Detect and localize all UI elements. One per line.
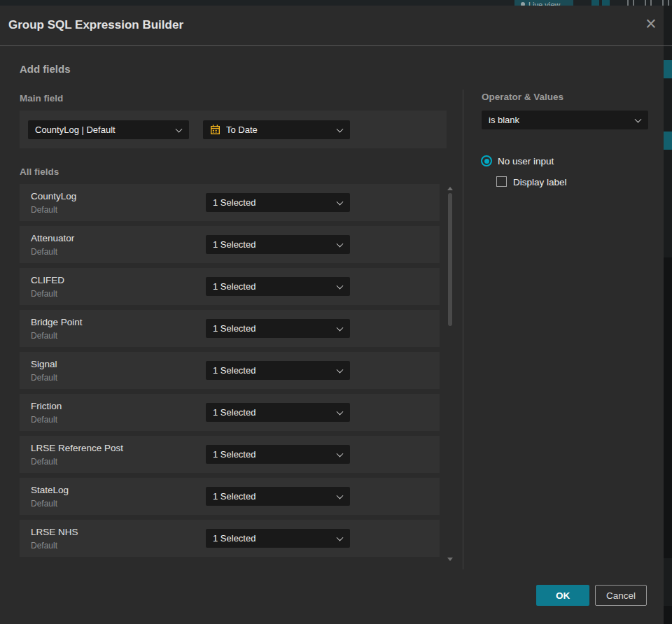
field-row: Signal Default 1 Selected bbox=[20, 352, 440, 389]
live-view-label: Live view bbox=[528, 1, 560, 6]
scrollbar-up-arrow[interactable] bbox=[447, 187, 453, 190]
field-selected-dropdown[interactable]: 1 Selected bbox=[206, 445, 350, 464]
field-name: Friction bbox=[31, 401, 62, 411]
field-subtitle: Default bbox=[31, 499, 57, 509]
chevron-down-icon bbox=[337, 324, 344, 331]
radio-selected-dot bbox=[484, 159, 489, 164]
field-row: Bridge Point Default 1 Selected bbox=[20, 310, 440, 347]
chevron-down-icon bbox=[176, 125, 183, 132]
field-selected-dropdown[interactable]: 1 Selected bbox=[206, 193, 350, 212]
toolbar-fragment-icon bbox=[602, 0, 610, 6]
live-view-button[interactable]: Live view bbox=[514, 0, 573, 6]
field-row: CLIFED Default 1 Selected bbox=[20, 268, 440, 305]
main-field-label: Main field bbox=[20, 93, 63, 104]
field-name: LRSE NHS bbox=[31, 527, 78, 537]
field-subtitle: Default bbox=[31, 541, 57, 551]
field-name: Bridge Point bbox=[31, 317, 83, 327]
field-selected-dropdown[interactable]: 1 Selected bbox=[206, 529, 350, 548]
main-field-type-dropdown[interactable]: To Date bbox=[203, 120, 350, 139]
no-user-input-radio[interactable] bbox=[481, 155, 492, 166]
field-row: LRSE Reference Post Default 1 Selected bbox=[20, 436, 440, 473]
toolbar-fragment bbox=[650, 0, 652, 6]
toolbar-fragment bbox=[668, 0, 669, 6]
all-fields-list: CountyLog Default 1 Selected Attenuator … bbox=[20, 184, 440, 562]
dropdown-value: 1 Selected bbox=[213, 491, 255, 502]
dropdown-value: 1 Selected bbox=[213, 449, 255, 460]
dialog-title: Group SQL Expression Builder bbox=[8, 18, 183, 32]
field-subtitle: Default bbox=[31, 331, 57, 341]
chevron-down-icon bbox=[337, 198, 344, 205]
dropdown-value: 1 Selected bbox=[213, 281, 255, 292]
vertical-divider bbox=[463, 90, 463, 569]
toolbar-fragment bbox=[627, 0, 629, 6]
chevron-down-icon bbox=[337, 408, 344, 415]
no-user-input-label: No user input bbox=[498, 156, 554, 166]
chevron-down-icon bbox=[337, 282, 344, 289]
background-app-edge bbox=[664, 6, 672, 624]
chevron-down-icon bbox=[337, 240, 344, 247]
toolbar-fragment bbox=[633, 0, 634, 6]
field-subtitle: Default bbox=[31, 457, 57, 467]
background-fragment bbox=[664, 257, 672, 558]
close-icon[interactable]: × bbox=[638, 11, 664, 36]
field-selected-dropdown[interactable]: 1 Selected bbox=[206, 361, 350, 380]
header-divider bbox=[0, 45, 672, 46]
field-name: CLIFED bbox=[31, 275, 64, 285]
scrollbar-thumb[interactable] bbox=[448, 193, 452, 326]
field-subtitle: Default bbox=[31, 415, 57, 425]
field-subtitle: Default bbox=[31, 205, 57, 215]
all-fields-label: All fields bbox=[20, 166, 59, 177]
ok-button[interactable]: OK bbox=[536, 585, 589, 606]
dropdown-value: is blank bbox=[489, 115, 519, 125]
field-selected-dropdown[interactable]: 1 Selected bbox=[206, 487, 350, 506]
field-name: StateLog bbox=[31, 485, 69, 495]
field-row: LRSE NHS Default 1 Selected bbox=[20, 520, 440, 557]
toolbar-fragment bbox=[662, 0, 664, 6]
field-selected-dropdown[interactable]: 1 Selected bbox=[206, 403, 350, 422]
dropdown-value: 1 Selected bbox=[213, 533, 255, 544]
display-label-label: Display label bbox=[513, 177, 567, 187]
field-row: StateLog Default 1 Selected bbox=[20, 478, 440, 515]
field-name: Attenuator bbox=[31, 233, 74, 243]
field-subtitle: Default bbox=[31, 247, 57, 257]
display-label-checkbox[interactable] bbox=[496, 176, 507, 187]
scrollbar-down-arrow[interactable] bbox=[447, 558, 453, 561]
field-name: LRSE Reference Post bbox=[31, 443, 123, 453]
background-fragment bbox=[664, 132, 672, 150]
dropdown-value: 1 Selected bbox=[213, 407, 255, 418]
field-name: CountyLog bbox=[31, 191, 76, 201]
field-selected-dropdown[interactable]: 1 Selected bbox=[206, 277, 350, 296]
dropdown-value: 1 Selected bbox=[213, 239, 255, 250]
add-fields-heading: Add fields bbox=[20, 63, 71, 75]
chevron-down-icon bbox=[337, 366, 344, 373]
field-name: Signal bbox=[31, 359, 57, 369]
field-row: Attenuator Default 1 Selected bbox=[20, 226, 440, 263]
background-app-header: Live view bbox=[0, 0, 672, 6]
background-fragment bbox=[664, 60, 672, 78]
dropdown-value: To Date bbox=[226, 125, 258, 135]
operator-dropdown[interactable]: is blank bbox=[482, 111, 648, 129]
field-subtitle: Default bbox=[31, 289, 57, 299]
chevron-down-icon bbox=[337, 534, 344, 541]
cancel-button[interactable]: Cancel bbox=[595, 585, 647, 606]
toolbar-fragment-icon bbox=[592, 0, 599, 6]
chevron-down-icon bbox=[337, 125, 344, 132]
chevron-down-icon bbox=[635, 115, 642, 122]
dropdown-value: CountyLog | Default bbox=[35, 125, 115, 135]
calendar-icon bbox=[210, 125, 220, 135]
chevron-down-icon bbox=[337, 492, 344, 499]
field-selected-dropdown[interactable]: 1 Selected bbox=[206, 319, 350, 338]
field-subtitle: Default bbox=[31, 373, 57, 383]
field-row: CountyLog Default 1 Selected bbox=[20, 184, 440, 221]
dropdown-value: 1 Selected bbox=[213, 365, 255, 376]
chevron-down-icon bbox=[337, 450, 344, 457]
group-sql-expression-builder-dialog: Group SQL Expression Builder × Add field… bbox=[0, 6, 664, 624]
main-field-dropdown[interactable]: CountyLog | Default bbox=[28, 120, 189, 139]
toolbar-fragment bbox=[645, 0, 646, 6]
field-selected-dropdown[interactable]: 1 Selected bbox=[206, 235, 350, 254]
background-fragment bbox=[664, 606, 672, 624]
dropdown-value: 1 Selected bbox=[213, 197, 255, 208]
dropdown-value: 1 Selected bbox=[213, 323, 255, 334]
operator-values-heading: Operator & Values bbox=[482, 92, 564, 102]
field-row: Friction Default 1 Selected bbox=[20, 394, 440, 431]
